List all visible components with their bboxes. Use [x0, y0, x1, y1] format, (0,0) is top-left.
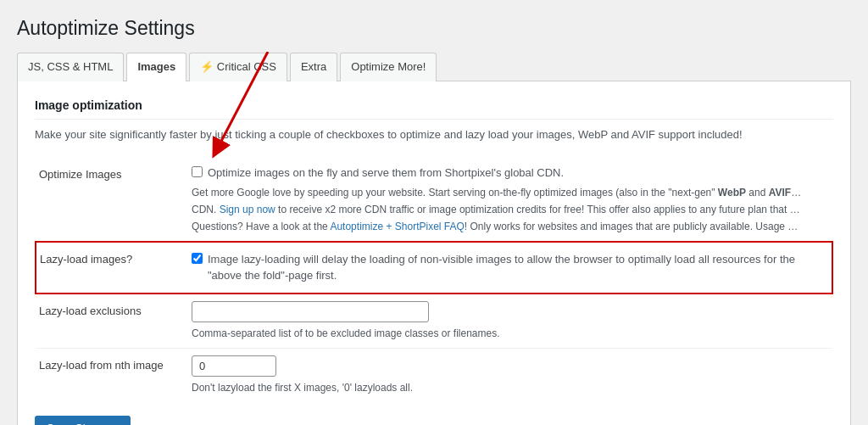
lazy-load-nth-label: Lazy-load from nth image: [36, 348, 188, 402]
optimize-images-label: Optimize Images: [36, 158, 188, 242]
save-changes-button[interactable]: Save Changes: [35, 416, 131, 425]
lazy-load-nth-input[interactable]: [192, 355, 276, 377]
optimize-images-checkbox-label: Optimize images on the fly and serve the…: [208, 165, 564, 182]
lazy-load-nth-note: Don't lazyload the first X images, '0' l…: [192, 380, 829, 395]
lazy-load-exclusions-control: Comma-separated list of to be excluded i…: [188, 294, 832, 349]
lazy-load-exclusions-row: Lazy-load exclusions Comma-separated lis…: [36, 294, 832, 349]
lazy-load-images-control: Image lazy-loading will delay the loadin…: [188, 242, 832, 294]
lazy-load-exclusions-note: Comma-separated list of to be excluded i…: [192, 326, 829, 341]
tab-optimize-more[interactable]: Optimize More!: [340, 53, 437, 81]
section-description: Make your site significantly faster by j…: [35, 126, 833, 143]
section-title: Image optimization: [35, 98, 833, 120]
signup-link[interactable]: Sign up now: [220, 204, 275, 215]
settings-table: Optimize Images Optimize images on the f…: [35, 158, 833, 402]
page-title: Autoptimize Settings: [17, 17, 851, 40]
lazy-load-exclusions-label: Lazy-load exclusions: [36, 294, 188, 349]
lazy-load-nth-row: Lazy-load from nth image Don't lazyload …: [36, 348, 832, 402]
lazy-load-exclusions-input[interactable]: [192, 301, 429, 322]
optimize-images-control: Optimize images on the fly and serve the…: [188, 158, 832, 242]
tab-js-css-html[interactable]: JS, CSS & HTML: [17, 53, 124, 81]
faq-link[interactable]: Autoptimize + ShortPixel FAQ: [330, 221, 464, 232]
lazy-load-images-checkbox-label: Image lazy-loading will delay the loadin…: [208, 251, 828, 284]
lazy-load-nth-control: Don't lazyload the first X images, '0' l…: [188, 348, 832, 402]
lazy-load-images-label: Lazy-load images?: [36, 242, 188, 294]
optimize-images-checkbox[interactable]: [192, 166, 203, 177]
optimize-images-row: Optimize Images Optimize images on the f…: [36, 158, 832, 242]
tab-extra[interactable]: Extra: [290, 53, 337, 81]
tab-images[interactable]: Images: [126, 53, 186, 81]
lazy-load-images-checkbox[interactable]: [192, 253, 203, 264]
lazy-load-images-row: Lazy-load images? Image lazy-loading wil…: [36, 242, 832, 294]
settings-card: Image optimization Make your site signif…: [17, 81, 851, 425]
tabs-bar: JS, CSS & HTML Images ⚡ Critical CSS Ext…: [17, 52, 851, 81]
tab-critical-css[interactable]: ⚡ Critical CSS: [189, 53, 287, 81]
